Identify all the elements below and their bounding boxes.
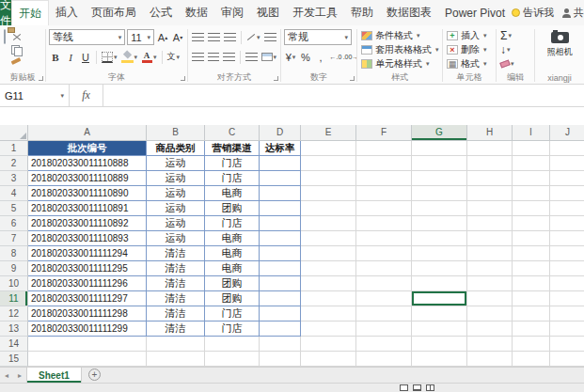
increase-font-size-button[interactable]: A▴ xyxy=(156,29,169,45)
cell-I7[interactable] xyxy=(513,231,550,246)
cell-A15[interactable] xyxy=(28,352,147,367)
cell-F4[interactable] xyxy=(356,186,412,201)
underline-button[interactable]: U xyxy=(79,49,92,65)
italic-button[interactable]: I xyxy=(64,49,77,65)
cell-H11[interactable] xyxy=(467,291,513,306)
cell-I15[interactable] xyxy=(513,352,550,367)
conditional-formatting-button[interactable]: 条件格式▾ xyxy=(357,28,442,42)
cell-E10[interactable] xyxy=(301,276,356,291)
cell-A3[interactable]: 2018020330011110889 xyxy=(28,171,147,186)
camera-button[interactable]: 照相机 xyxy=(535,27,584,58)
cell-E1[interactable] xyxy=(301,141,356,156)
cell-D1[interactable]: 达标率 xyxy=(260,141,301,156)
cell-D15[interactable] xyxy=(260,352,301,367)
cell-J6[interactable] xyxy=(550,216,584,231)
cell-J5[interactable] xyxy=(550,201,584,216)
cell-F13[interactable] xyxy=(356,321,412,337)
row-header-2[interactable]: 2 xyxy=(0,156,28,171)
cell-G11[interactable] xyxy=(412,291,467,306)
cell-A13[interactable]: 2018020330011111299 xyxy=(28,321,147,337)
cell-J9[interactable] xyxy=(550,261,584,276)
column-header-E[interactable]: E xyxy=(301,125,356,141)
cell-I9[interactable] xyxy=(513,261,550,276)
cell-E4[interactable] xyxy=(301,186,356,201)
align-top-button[interactable] xyxy=(191,29,205,45)
cell-F1[interactable] xyxy=(356,141,412,156)
row-header-3[interactable]: 3 xyxy=(0,171,28,186)
orientation-button[interactable]: ▾ xyxy=(245,29,261,45)
share-button[interactable]: 共享 xyxy=(561,6,584,20)
merge-center-button[interactable]: ▾ xyxy=(260,49,277,65)
cell-J8[interactable] xyxy=(550,246,584,261)
cell-A10[interactable]: 2018020330011111296 xyxy=(28,276,147,291)
cell-A4[interactable]: 2018020330011110890 xyxy=(28,186,147,201)
cell-B13[interactable]: 清洁 xyxy=(147,321,205,337)
cell-A11[interactable]: 2018020330011111297 xyxy=(28,291,147,306)
cell-A14[interactable] xyxy=(28,337,147,352)
cell-B3[interactable]: 运动 xyxy=(147,171,205,186)
ribbon-tab-Power Pivot[interactable]: Power Pivot xyxy=(438,0,512,25)
column-header-D[interactable]: D xyxy=(260,125,301,141)
cell-E7[interactable] xyxy=(301,231,356,246)
comma-style-button[interactable]: , xyxy=(314,49,327,65)
cell-C1[interactable]: 营销渠道 xyxy=(205,141,260,156)
sheet-nav-left-icon[interactable]: ◂ xyxy=(0,368,13,383)
cell-J15[interactable] xyxy=(550,352,584,367)
fill-button[interactable]: ↓▾ xyxy=(497,42,534,56)
row-header-8[interactable]: 8 xyxy=(0,246,28,261)
cell-E15[interactable] xyxy=(301,352,356,367)
cell-D7[interactable] xyxy=(260,231,301,246)
cell-F15[interactable] xyxy=(356,352,412,367)
cell-E3[interactable] xyxy=(301,171,356,186)
page-layout-view-icon[interactable] xyxy=(413,384,421,391)
row-header-10[interactable]: 10 xyxy=(0,276,28,291)
borders-button[interactable]: ▾ xyxy=(101,49,118,65)
cell-D13[interactable] xyxy=(260,321,301,337)
increase-decimal-button[interactable]: ←.0 xyxy=(329,49,342,65)
cell-A7[interactable]: 2018020330011110893 xyxy=(28,231,147,246)
cell-B7[interactable]: 运动 xyxy=(147,231,205,246)
format-cells-button[interactable]: ▦ 格式▾ xyxy=(443,56,496,71)
cell-B8[interactable]: 清洁 xyxy=(147,246,205,261)
row-header-4[interactable]: 4 xyxy=(0,186,28,201)
indent-button[interactable] xyxy=(245,49,259,65)
cell-B6[interactable]: 运动 xyxy=(147,216,205,231)
cell-D4[interactable] xyxy=(260,186,301,201)
cell-G7[interactable] xyxy=(412,231,467,246)
cell-F12[interactable] xyxy=(356,306,412,321)
file-tab[interactable]: 文件 xyxy=(0,0,11,25)
format-painter-icon[interactable] xyxy=(11,57,23,66)
cell-styles-button[interactable]: 单元格样式▾ xyxy=(357,56,442,71)
cell-E8[interactable] xyxy=(301,246,356,261)
cell-A9[interactable]: 2018020330011111295 xyxy=(28,261,147,276)
column-header-G[interactable]: G xyxy=(412,125,467,141)
cell-G1[interactable] xyxy=(412,141,467,156)
dialog-launcher-icon[interactable] xyxy=(39,76,43,81)
cell-F10[interactable] xyxy=(356,276,412,291)
cell-D9[interactable] xyxy=(260,261,301,276)
row-header-12[interactable]: 12 xyxy=(0,306,28,321)
cell-J14[interactable] xyxy=(550,337,584,352)
cell-H2[interactable] xyxy=(467,156,513,171)
cell-D3[interactable] xyxy=(260,171,301,186)
cell-B2[interactable]: 运动 xyxy=(147,156,205,171)
column-header-F[interactable]: F xyxy=(356,125,412,141)
tell-me-button[interactable]: 告诉我 xyxy=(512,6,554,20)
cell-H15[interactable] xyxy=(467,352,513,367)
cell-G12[interactable] xyxy=(412,306,467,321)
normal-view-icon[interactable] xyxy=(400,384,408,391)
cell-C8[interactable]: 电商 xyxy=(205,246,260,261)
cell-B11[interactable]: 清洁 xyxy=(147,291,205,306)
cell-D10[interactable] xyxy=(260,276,301,291)
cell-B9[interactable]: 清洁 xyxy=(147,261,205,276)
ribbon-tab-帮助[interactable]: 帮助 xyxy=(344,0,380,25)
cell-I5[interactable] xyxy=(513,201,550,216)
cell-H14[interactable] xyxy=(467,337,513,352)
cell-I1[interactable] xyxy=(513,141,550,156)
cell-H13[interactable] xyxy=(467,321,513,337)
align-bottom-button[interactable] xyxy=(223,29,237,45)
cell-A1[interactable]: 批次编号 xyxy=(28,141,147,156)
cell-A6[interactable]: 2018020330011110892 xyxy=(28,216,147,231)
cell-F9[interactable] xyxy=(356,261,412,276)
column-header-A[interactable]: A xyxy=(28,125,147,141)
